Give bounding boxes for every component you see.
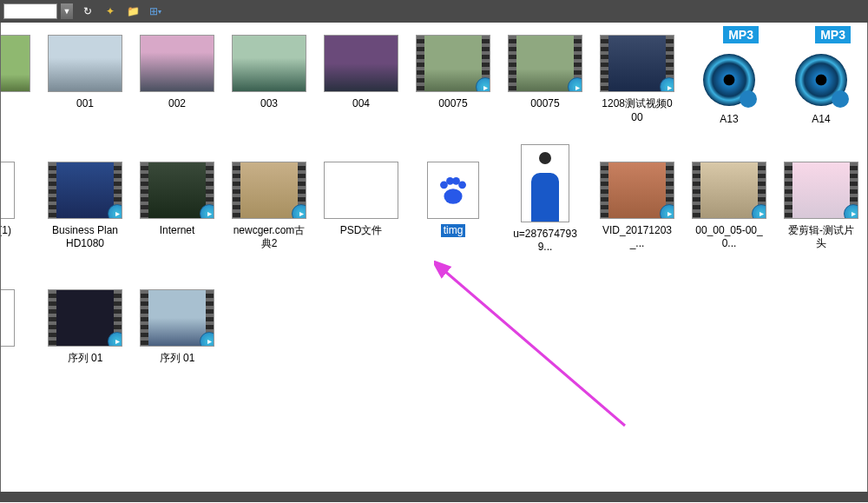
file-label: 频 — [0, 352, 30, 366]
file-label: 004 — [324, 97, 398, 111]
file-item[interactable]: ▸1208测试视频000 — [600, 35, 674, 124]
file-item[interactable]: 002 — [140, 35, 214, 111]
thumbnail: ▸ — [140, 162, 214, 219]
thumbnail — [427, 162, 479, 219]
video-badge-icon: ▸ — [292, 204, 306, 219]
file-row: 001002003004▸00075▸00075▸1208测试视频000MP3A… — [8, 35, 860, 127]
file-row: Plan (1)▸Business Plan HD1080▸Internet▸n… — [8, 162, 860, 255]
film-strip-icon — [417, 36, 424, 91]
toolbar: ▼ ↻ ✦ 📁 ⊞▾ — [0, 0, 868, 23]
mp3-badge: MP3 — [723, 26, 759, 43]
file-item[interactable]: ▸VID_20171203_... — [600, 162, 674, 251]
thumbnail: ▸ — [140, 289, 214, 347]
video-badge-icon: ▸ — [200, 204, 214, 219]
file-label: 序列 01 — [140, 352, 214, 366]
file-label: timg — [441, 224, 466, 238]
film-strip-icon — [49, 162, 56, 218]
file-item[interactable]: ▸序列 01 — [140, 289, 214, 366]
file-item[interactable]: MP3A14 — [784, 35, 858, 127]
file-label: A13 — [692, 113, 766, 127]
file-label: Internet — [140, 224, 214, 238]
thumbnail: ▸ — [48, 289, 122, 347]
file-item[interactable]: ▸newcger.com古典2 — [232, 162, 306, 251]
film-strip-icon — [233, 162, 240, 218]
file-item[interactable]: ▸序列 01 — [48, 289, 122, 366]
file-item[interactable]: u=2876747939... — [508, 162, 582, 255]
film-strip-icon — [601, 36, 608, 91]
thumbnail: ▸ — [784, 162, 858, 219]
thumbnail — [232, 35, 306, 92]
file-label: u=2876747939... — [508, 228, 582, 255]
thumbnail — [0, 35, 30, 92]
video-badge-icon: ▸ — [200, 332, 214, 347]
thumbnail — [324, 35, 398, 92]
thumbnail — [324, 162, 398, 219]
file-label: 00075 — [416, 97, 490, 111]
disc-icon — [703, 54, 755, 106]
thumbnail — [0, 162, 15, 219]
file-item[interactable]: ▸00075 — [508, 35, 582, 111]
film-strip-icon — [785, 162, 792, 218]
file-browser-content[interactable]: 001002003004▸00075▸00075▸1208测试视频000MP3A… — [0, 23, 868, 492]
video-badge-icon: ▸ — [108, 204, 122, 219]
file-item[interactable]: Plan (1) — [0, 162, 30, 238]
view-mode-icon[interactable]: ⊞▾ — [148, 3, 163, 19]
file-item[interactable] — [0, 35, 30, 97]
thumbnail — [0, 289, 15, 347]
file-row: 频▸序列 01▸序列 01 — [8, 289, 860, 366]
file-item[interactable]: ▸爱剪辑-测试片头 — [784, 162, 858, 251]
file-item[interactable]: timg — [416, 162, 490, 241]
file-item[interactable]: 004 — [324, 35, 398, 111]
file-item[interactable]: MP3A13 — [692, 35, 766, 127]
file-item[interactable]: 003 — [232, 35, 306, 111]
file-item[interactable]: PSD文件 — [324, 162, 398, 238]
file-label: 00_00_05-00_0... — [692, 224, 766, 251]
file-label: Plan (1) — [0, 224, 30, 238]
film-strip-icon — [601, 162, 608, 218]
film-strip-icon — [49, 290, 56, 346]
path-selector[interactable] — [3, 3, 57, 19]
file-item[interactable]: ▸Internet — [140, 162, 214, 238]
file-label: VID_20171203_... — [600, 224, 674, 251]
file-item[interactable]: 频 — [0, 289, 30, 366]
folder-open-icon[interactable]: 📁 — [125, 3, 141, 19]
video-badge-icon: ▸ — [568, 77, 582, 92]
video-badge-icon: ▸ — [844, 204, 858, 219]
file-label: A14 — [784, 113, 858, 127]
folder-up-icon[interactable]: ✦ — [102, 3, 118, 19]
file-item[interactable]: ▸00075 — [416, 35, 490, 111]
refresh-icon[interactable]: ↻ — [80, 3, 95, 19]
file-label: 003 — [232, 97, 306, 111]
film-strip-icon — [141, 290, 148, 346]
thumbnail — [140, 35, 214, 92]
file-label: Business Plan HD1080 — [48, 224, 122, 251]
thumbnail — [521, 144, 569, 222]
video-badge-icon: ▸ — [660, 204, 674, 219]
path-dropdown[interactable]: ▼ — [61, 3, 73, 19]
file-label: 序列 01 — [48, 352, 122, 366]
file-label: 00075 — [508, 97, 582, 111]
thumbnail: ▸ — [600, 162, 674, 219]
video-badge-icon: ▸ — [108, 332, 122, 347]
svg-point-4 — [458, 181, 466, 189]
disc-icon — [795, 54, 847, 106]
bottom-bar — [0, 492, 868, 502]
svg-point-0 — [444, 189, 462, 204]
thumbnail — [48, 35, 122, 92]
thumbnail: ▸ — [508, 35, 582, 92]
file-label: newcger.com古典2 — [232, 224, 306, 251]
file-item[interactable]: ▸00_00_05-00_0... — [692, 162, 766, 251]
file-label: 001 — [48, 97, 122, 111]
file-label: 爱剪辑-测试片头 — [784, 224, 858, 251]
file-label: 002 — [140, 97, 214, 111]
video-badge-icon: ▸ — [752, 204, 766, 219]
file-item[interactable]: 001 — [48, 35, 122, 111]
thumbnail: ▸ — [416, 35, 490, 92]
file-item[interactable]: ▸Business Plan HD1080 — [48, 162, 122, 251]
mp3-badge: MP3 — [815, 26, 851, 43]
thumbnail: ▸ — [232, 162, 306, 219]
file-label: 1208测试视频000 — [600, 97, 674, 124]
video-badge-icon: ▸ — [476, 77, 490, 92]
film-strip-icon — [693, 162, 700, 218]
film-strip-icon — [141, 162, 148, 218]
